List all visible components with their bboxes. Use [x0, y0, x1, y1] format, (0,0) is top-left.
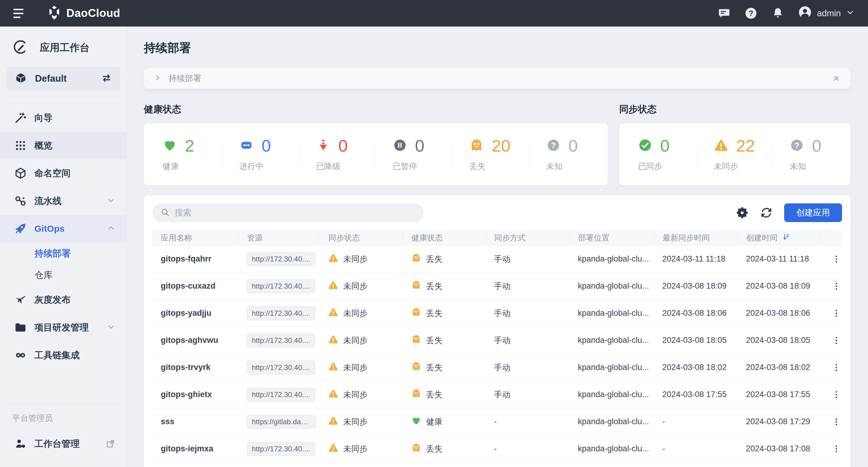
role-label: 平台管理员	[0, 413, 126, 424]
sidebar-item-gray-release[interactable]: 灰度发布	[0, 286, 126, 314]
username: admin	[817, 8, 841, 19]
grid-icon	[12, 139, 29, 152]
sidebar-item-project-management[interactable]: 项目研发管理	[0, 314, 126, 341]
app-name-link[interactable]: gitops-aghvwu	[152, 336, 238, 345]
sync-status-card: 0 已同步 22 未同步 ?	[619, 124, 850, 185]
search-input[interactable]	[175, 208, 416, 218]
row-actions-button[interactable]	[829, 388, 842, 402]
swap-workspace-icon[interactable]	[100, 72, 113, 85]
actions-cell	[821, 306, 842, 320]
sidebar-item-workbench-admin[interactable]: 工作台管理	[0, 431, 126, 456]
app-name-link[interactable]: gitops-yadjju	[152, 308, 238, 318]
sidebar-item-wizard[interactable]: 向导	[0, 104, 126, 132]
resource-chip[interactable]: http://172.30.40....	[247, 252, 315, 266]
table-row[interactable]: ssshttps://gitlab.daoc...未同步健康-kpanda-gl…	[152, 408, 842, 435]
sync-status-cell: 未同步	[320, 361, 403, 374]
deploy-location-cell: kpanda-global-clu...	[569, 308, 654, 318]
pause-circle-icon	[393, 138, 407, 154]
table-row[interactable]: gitops-fqahrrhttp://172.30.40....未同步丢失手动…	[152, 245, 842, 273]
divider	[6, 97, 120, 97]
app-name-link[interactable]: gitops-iejmxa	[152, 444, 238, 454]
table-row[interactable]: gitops-cuxazdhttp://172.30.40....未同步丢失手动…	[152, 273, 842, 300]
app-name-link[interactable]: sss	[152, 417, 238, 426]
last-sync-time-cell: 2024-03-08 17:55	[654, 390, 737, 399]
user-menu[interactable]: admin	[798, 5, 855, 22]
row-actions-button[interactable]	[829, 415, 842, 429]
health-status-cell: 丢失	[403, 307, 486, 320]
warning-triangle-icon	[714, 138, 728, 154]
table-row[interactable]: gitops-iejmxahttp://172.30.40....未同步丢失-k…	[152, 435, 842, 463]
actions-cell	[821, 279, 842, 293]
sidebar-item-repository[interactable]: 仓库	[0, 264, 126, 286]
resource-chip[interactable]: http://172.30.40....	[247, 279, 315, 293]
row-actions-button[interactable]	[829, 361, 842, 374]
sidebar-nav: 向导 概览 命名空间	[0, 104, 126, 369]
sidebar-item-namespace[interactable]: 命名空间	[0, 159, 126, 187]
bell-icon[interactable]	[771, 7, 784, 20]
breadcrumb-item[interactable]: 持续部署	[168, 73, 201, 84]
resource-chip[interactable]: http://172.30.40....	[247, 442, 315, 456]
health-status-card: 2 健康 0 进行中	[144, 124, 608, 185]
brand-name: DaoCloud	[66, 7, 120, 20]
search-box[interactable]	[152, 203, 424, 222]
sort-descending-icon[interactable]	[782, 232, 791, 243]
sync-mode-cell: -	[486, 417, 569, 426]
divider	[6, 403, 120, 404]
table-row[interactable]: gitops-aghvwuhttp://172.30.40....未同步丢失手动…	[152, 327, 842, 354]
svg-text:?: ?	[795, 141, 800, 150]
sidebar-item-pipeline[interactable]: 流水线	[0, 187, 126, 215]
app-name-link[interactable]: gitops-cuxazd	[152, 281, 238, 291]
app-name-link[interactable]: gitops-ghietx	[152, 390, 238, 399]
row-actions-button[interactable]	[829, 279, 842, 293]
sync-mode-cell: 手动	[486, 308, 569, 319]
brand[interactable]: DaoCloud	[46, 5, 120, 22]
column-created-time[interactable]: 创建时间	[737, 230, 821, 245]
column-sync-status: 同步状态	[320, 230, 403, 245]
main-content: 持续部署 持续部署 健康状态 同步状态 2	[127, 27, 868, 467]
cube-outline-icon	[12, 167, 29, 180]
stat-healthy: 2 健康	[146, 137, 222, 172]
app-name-link[interactable]: gitops-fqahrr	[152, 254, 238, 264]
create-app-button[interactable]: 创建应用	[784, 203, 842, 222]
sidebar-item-continuous-deployment[interactable]: 持续部署	[0, 242, 126, 264]
refresh-icon[interactable]	[760, 206, 773, 219]
row-actions-button[interactable]	[829, 334, 842, 347]
stat-missing: 20 丢失	[453, 137, 529, 172]
stat-unknown: ? 0 未知	[529, 137, 606, 172]
close-icon[interactable]	[832, 74, 841, 83]
row-actions-button[interactable]	[829, 252, 842, 266]
help-icon[interactable]: ?	[744, 6, 758, 20]
chevron-right-icon[interactable]	[154, 73, 162, 83]
resource-chip[interactable]: http://172.30.40....	[247, 388, 315, 402]
sidebar-item-overview[interactable]: 概览	[0, 132, 126, 159]
table-row[interactable]: gitops-trvyrkhttp://172.30.40....未同步丢失手动…	[152, 354, 842, 381]
warning-triangle-icon	[328, 307, 338, 320]
bird-icon	[12, 293, 29, 306]
question-circle-icon: ?	[546, 138, 561, 154]
resource-chip[interactable]: http://172.30.40....	[247, 306, 315, 320]
section-headings: 健康状态 同步状态	[144, 103, 850, 116]
table-row[interactable]: gitops-yadjjuhttp://172.30.40....未同步丢失手动…	[152, 300, 842, 327]
sidebar-item-toolchain[interactable]: 工具链集成	[0, 341, 126, 369]
chevron-down-icon	[846, 8, 855, 19]
workspace-selector[interactable]: Default	[6, 67, 120, 90]
sync-mode-cell: -	[486, 444, 569, 454]
health-status-cell: 丢失	[403, 253, 486, 265]
applications-table-card: 创建应用 应用名称 资源 同步状态 健康状态 同步方式 部署位置 最新同步时间 …	[144, 196, 850, 467]
chat-icon[interactable]	[717, 7, 731, 20]
resource-cell: http://172.30.40....	[238, 442, 320, 456]
sidebar-item-gitops[interactable]: GitOps	[0, 215, 126, 242]
row-actions-button[interactable]	[829, 442, 842, 456]
actions-cell	[821, 361, 842, 374]
table-row[interactable]: gitops-dixgylhttps://gitlab.daoc...未同步丢失…	[152, 463, 842, 467]
menu-toggle-button[interactable]	[13, 7, 30, 20]
gear-icon[interactable]	[736, 206, 749, 219]
app-name-link[interactable]: gitops-trvyrk	[152, 363, 238, 372]
actions-cell	[821, 388, 842, 402]
resource-chip[interactable]: http://172.30.40....	[247, 334, 315, 347]
resource-chip[interactable]: https://gitlab.daoc...	[247, 415, 316, 429]
warning-triangle-icon	[328, 388, 338, 401]
table-row[interactable]: gitops-ghietxhttp://172.30.40....未同步丢失手动…	[152, 381, 842, 408]
row-actions-button[interactable]	[829, 306, 842, 320]
resource-chip[interactable]: http://172.30.40....	[247, 361, 315, 374]
